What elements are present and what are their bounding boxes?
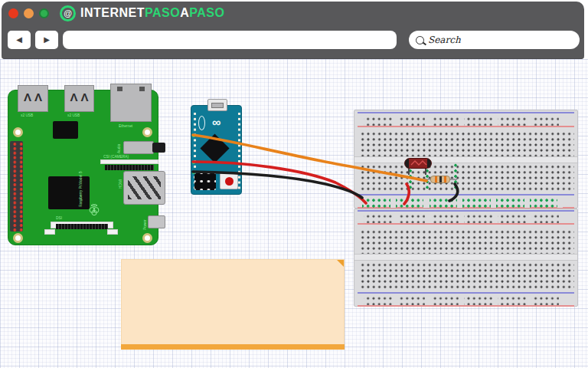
breadboard-1[interactable] [354, 110, 578, 209]
sticky-note[interactable] [121, 259, 345, 350]
dsi-label: DSI [56, 216, 62, 220]
csi-connector-pins [105, 165, 154, 170]
arduino-micro-board[interactable]: ∞ [191, 105, 242, 195]
search-icon [416, 36, 424, 44]
usb-port-icon: Λ Λ [64, 85, 94, 112]
breadboard-2[interactable] [354, 209, 578, 307]
arduino-logo-icon: ∞ [212, 116, 220, 130]
wire-pad [192, 134, 195, 137]
mounting-hole [13, 233, 23, 243]
connected-rail-highlight [362, 196, 563, 208]
ethernet-label: Ethernet [119, 124, 132, 128]
power-label: Power [143, 219, 147, 230]
search-placeholder-text: Search [428, 34, 461, 45]
audio-jack-cap [152, 143, 165, 153]
resistor[interactable] [423, 176, 457, 183]
back-button[interactable]: ◀ [8, 31, 31, 49]
icsp-header[interactable] [194, 173, 216, 190]
wire-pad [192, 161, 195, 164]
gpio-header[interactable] [10, 141, 23, 232]
close-window-button[interactable] [8, 8, 18, 18]
reset-button[interactable] [220, 172, 238, 189]
dsi-connector-pins [56, 224, 108, 229]
brand-title: INTERNETPASOAPASO [80, 6, 224, 20]
address-bar-input[interactable] [63, 31, 397, 49]
mounting-hole [142, 233, 152, 243]
maximize-window-button[interactable] [39, 8, 49, 18]
forward-button[interactable]: ▶ [35, 31, 58, 49]
usb-port-icon: Λ Λ [18, 85, 48, 112]
raspberry-pi-board[interactable]: Λ Λ Λ Λ x2 USB x2 USB Ethernet Audio CSI… [8, 90, 158, 245]
brand-segment: INTERNET [80, 6, 145, 19]
dsi-pad [107, 229, 118, 235]
screenshot: @ INTERNETPASOAPASO ◀ ▶ Search Λ Λ Λ Λ [0, 0, 588, 368]
usb-label: x2 USB [21, 113, 33, 117]
micro-usb-port-icon [207, 99, 227, 111]
navigation-toolbar: ◀ ▶ Search [2, 25, 584, 59]
hdmi-port-icon [123, 171, 165, 205]
ethernet-port-icon [110, 84, 152, 122]
dsi-pad [44, 229, 55, 235]
sticky-note-fold-icon [337, 260, 344, 267]
sticky-note-bar [121, 344, 345, 350]
mounting-hole [142, 127, 152, 137]
photoresistor[interactable] [403, 158, 433, 175]
brand-oval-icon [198, 116, 205, 130]
brand-segment: PASO [145, 6, 180, 19]
search-box[interactable]: Search [409, 31, 580, 49]
brand-segment: A [180, 6, 189, 19]
hdmi-label: HDMI [119, 179, 122, 189]
circuit-canvas[interactable]: Λ Λ Λ Λ x2 USB x2 USB Ethernet Audio CSI… [0, 59, 588, 368]
resistor-body [430, 176, 450, 183]
mounting-hole [13, 127, 23, 137]
browser-window-chrome: @ INTERNETPASOAPASO ◀ ▶ Search [2, 2, 584, 59]
brand-logo-icon: @ [60, 5, 76, 21]
audio-jack-icon [123, 141, 154, 154]
audio-label: Audio [117, 144, 121, 153]
brand-segment: PASO [189, 6, 224, 19]
csi-label: CSI (CAMERA) [103, 155, 129, 159]
power-micro-usb-icon [148, 215, 165, 228]
minimize-window-button[interactable] [24, 8, 34, 18]
soc-chip-icon [48, 176, 90, 209]
board-name-label: Raspberry Pi Model B [79, 171, 83, 207]
chip-icon [53, 121, 78, 139]
title-bar: @ INTERNETPASOAPASO [2, 2, 584, 25]
wire-pad [192, 171, 195, 174]
usb-label: x2 USB [67, 113, 80, 117]
csi-connector [100, 159, 158, 164]
mcu-chip-icon [200, 133, 229, 163]
raspberry-logo-icon [88, 202, 100, 216]
